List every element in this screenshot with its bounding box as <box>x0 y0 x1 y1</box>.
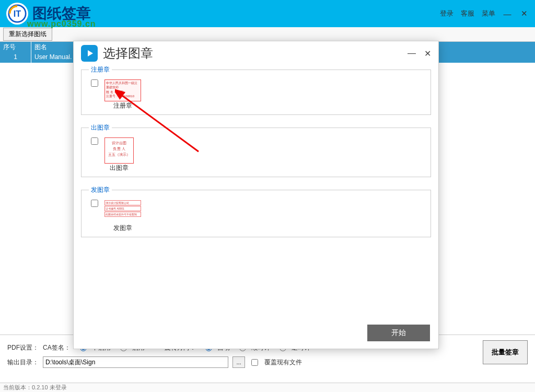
status-version: 0.2.10 未登录 <box>32 384 67 390</box>
output-legend: 出图章 <box>89 123 112 132</box>
watermark: www.pc0359.cn <box>27 19 96 29</box>
dialog-titlebar: 选择图章 — ✕ <box>74 41 438 65</box>
output-stamp-item[interactable]: 设计出图 负 责 人 王五（演示） 出图章 <box>104 137 134 172</box>
overwrite-checkbox[interactable] <box>251 359 258 366</box>
logo-area: IT 图纸签章 www.pc0359.cn <box>6 3 91 25</box>
browse-button[interactable]: ... <box>232 356 245 368</box>
pdf-label: PDF设置： <box>7 343 39 352</box>
publish-stamp-item[interactable]: 演示设计院有限公司证书编号 A0001此图未经本院许可不得复制 发图章 <box>104 200 141 233</box>
output-row: 输出目录： ... 覆盖现有文件 <box>7 355 528 370</box>
dialog-logo-icon <box>81 45 98 62</box>
svg-text:IT: IT <box>14 9 21 18</box>
menu-link[interactable]: 菜单 <box>482 9 495 18</box>
output-stamp-label: 出图章 <box>110 164 129 172</box>
register-stamp-section: 注册章 中华人民共和国一级注册建筑师姓 名：李 四注册号：000100010 注… <box>81 65 431 115</box>
register-legend: 注册章 <box>89 65 112 74</box>
dialog-body: 注册章 中华人民共和国一级注册建筑师姓 名：李 四注册号：000100010 注… <box>74 65 438 237</box>
select-stamp-dialog: 选择图章 — ✕ 注册章 中华人民共和国一级注册建筑师姓 名：李 四注册号：00… <box>73 41 439 349</box>
ca-label: CA签名： <box>43 343 71 352</box>
publish-stamp-checkbox[interactable] <box>91 200 98 207</box>
title-actions: 登录 客服 菜单 — ✕ <box>440 0 529 27</box>
start-button[interactable]: 开始 <box>367 325 430 341</box>
dialog-minimize-button[interactable]: — <box>408 49 416 59</box>
statusbar: 当前版本：0.2.10 未登录 <box>0 383 535 392</box>
cell-num: 1 <box>0 52 31 63</box>
register-stamp-item[interactable]: 中华人民共和国一级注册建筑师姓 名：李 四注册号：000100010 注册章 <box>104 79 141 110</box>
register-stamp-preview: 中华人民共和国一级注册建筑师姓 名：李 四注册号：000100010 <box>104 79 141 101</box>
close-button[interactable]: ✕ <box>519 9 529 18</box>
minimize-button[interactable]: — <box>503 9 512 18</box>
batch-sign-button[interactable]: 批量签章 <box>483 340 528 364</box>
output-stamp-preview: 设计出图 负 责 人 王五（演示） <box>104 137 134 164</box>
titlebar: IT 图纸签章 www.pc0359.cn 登录 客服 菜单 — ✕ <box>0 0 535 27</box>
publish-stamp-preview: 演示设计院有限公司证书编号 A0001此图未经本院许可不得复制 <box>104 200 141 224</box>
dialog-close-button[interactable]: ✕ <box>424 49 431 59</box>
publish-stamp-label: 发图章 <box>113 224 132 233</box>
col-num: 序号 <box>0 42 31 52</box>
publish-legend: 发图章 <box>89 186 112 194</box>
output-stamp-checkbox[interactable] <box>91 137 98 145</box>
register-stamp-checkbox[interactable] <box>91 79 98 87</box>
app-logo-icon: IT <box>6 3 28 25</box>
service-link[interactable]: 客服 <box>461 9 474 18</box>
output-label: 输出目录： <box>7 358 39 367</box>
register-stamp-label: 注册章 <box>113 101 132 110</box>
login-link[interactable]: 登录 <box>440 9 453 18</box>
publish-stamp-section: 发图章 演示设计院有限公司证书编号 A0001此图未经本院许可不得复制 发图章 <box>81 186 431 237</box>
toolbar: 重新选择图纸 <box>0 27 535 42</box>
overwrite-label: 覆盖现有文件 <box>264 358 302 367</box>
output-stamp-section: 出图章 设计出图 负 责 人 王五（演示） 出图章 <box>81 123 431 177</box>
dialog-title: 选择图章 <box>103 45 153 62</box>
reselect-drawings-button[interactable]: 重新选择图纸 <box>3 28 52 41</box>
output-path-input[interactable] <box>43 356 228 368</box>
status-prefix: 当前版本： <box>3 384 32 390</box>
